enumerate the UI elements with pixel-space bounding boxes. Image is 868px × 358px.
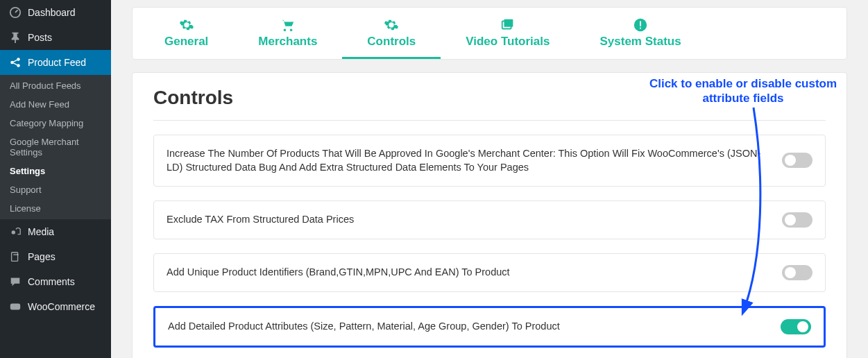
tab-label: System Status [599, 35, 681, 49]
tab-label: Merchants [258, 35, 317, 49]
svg-point-3 [17, 64, 20, 67]
tab-video-tutorials[interactable]: Video Tutorials [441, 15, 575, 59]
control-row-exclude-tax: Exclude TAX From Structured Data Prices [153, 201, 826, 239]
woocommerce-icon [8, 300, 22, 314]
svg-rect-5 [12, 253, 18, 262]
sidebar-item-posts[interactable]: Posts [0, 25, 111, 50]
gear-icon [384, 17, 399, 33]
sidebar-item-media[interactable]: Media [0, 219, 111, 244]
sidebar-label: Dashboard [28, 7, 76, 18]
control-row-detailed-attributes: Add Detailed Product Attributes (Size, P… [153, 306, 826, 348]
svg-rect-6 [13, 254, 18, 255]
sidebar-label: WooCommerce [28, 301, 95, 312]
tab-label: Video Tutorials [466, 35, 550, 49]
toggle-detailed-attributes[interactable] [781, 319, 811, 334]
sub-item-settings[interactable]: Settings [0, 162, 111, 180]
sidebar-label: Comments [28, 276, 75, 287]
control-row-unique-identifiers: Add Unique Product Identifiers (Brand,GT… [153, 253, 826, 292]
svg-point-2 [17, 58, 20, 61]
sidebar-label: Product Feed [28, 57, 86, 68]
toggle-structured-data[interactable] [782, 153, 812, 168]
tab-merchants[interactable]: Merchants [233, 15, 342, 59]
gear-icon [179, 17, 194, 33]
sidebar-label: Posts [28, 32, 52, 43]
tab-controls[interactable]: Controls [342, 15, 441, 59]
tab-label: Controls [367, 35, 416, 49]
sub-item-add-new[interactable]: Add New Feed [0, 95, 111, 114]
control-row-structured-data: Increase The Number Of Products That Wil… [153, 135, 826, 187]
dashboard-icon [8, 6, 22, 19]
sub-item-all-feeds[interactable]: All Product Feeds [0, 76, 111, 95]
share-icon [8, 56, 22, 69]
sidebar-item-pages[interactable]: Pages [0, 244, 111, 269]
sidebar-item-dashboard[interactable]: Dashboard [0, 0, 111, 25]
toggle-unique-identifiers[interactable] [782, 265, 812, 280]
toggle-exclude-tax[interactable] [782, 212, 812, 228]
control-text: Add Unique Product Identifiers (Brand,GT… [167, 265, 782, 279]
sub-item-support[interactable]: Support [0, 180, 111, 199]
controls-card: Controls Increase The Number Of Products… [132, 72, 847, 358]
svg-rect-11 [640, 22, 641, 26]
sidebar-item-comments[interactable]: Comments [0, 269, 111, 294]
admin-sidebar: Dashboard Posts Product Feed All Product… [0, 0, 111, 358]
sub-item-google-merchant[interactable]: Google Merchant Settings [0, 133, 111, 162]
page-title: Controls [153, 87, 826, 121]
svg-point-1 [10, 61, 14, 65]
sidebar-item-woocommerce[interactable]: WooCommerce [0, 294, 111, 319]
comment-icon [8, 275, 22, 289]
media-icon [8, 225, 22, 239]
cart-icon [280, 17, 296, 33]
sidebar-submenu: All Product Feeds Add New Feed Category … [0, 75, 111, 219]
tab-label: General [164, 35, 208, 49]
control-text: Add Detailed Product Attributes (Size, P… [168, 319, 781, 333]
control-text: Exclude TAX From Structured Data Prices [167, 212, 782, 226]
main-content: Click to enable or disable custom attrib… [111, 0, 868, 358]
settings-tabs: General Merchants Controls Video Tutoria… [132, 7, 847, 60]
sidebar-label: Media [28, 226, 54, 237]
svg-point-4 [12, 230, 15, 234]
page-icon [8, 250, 22, 264]
pin-icon [8, 31, 22, 44]
sub-item-category-mapping[interactable]: Category Mapping [0, 114, 111, 133]
sub-item-license[interactable]: License [0, 199, 111, 218]
control-text: Increase The Number Of Products That Wil… [167, 146, 782, 175]
tab-general[interactable]: General [139, 15, 233, 59]
image-icon [500, 17, 516, 33]
tab-system-status[interactable]: System Status [575, 15, 706, 59]
sidebar-item-product-feed[interactable]: Product Feed [0, 50, 111, 75]
svg-rect-7 [10, 304, 20, 310]
svg-rect-9 [504, 19, 513, 27]
svg-rect-12 [640, 28, 641, 29]
alert-icon [633, 17, 648, 33]
sidebar-label: Pages [28, 251, 56, 262]
